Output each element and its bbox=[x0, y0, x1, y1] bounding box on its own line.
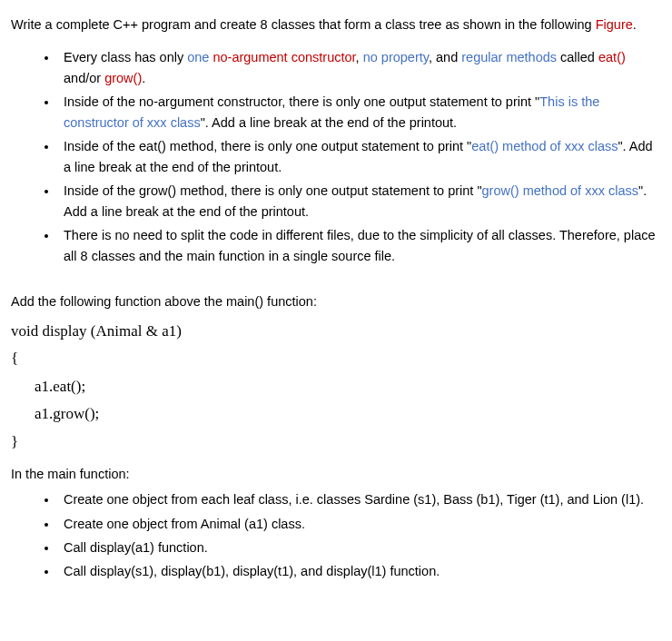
section-main-function: In the main function: bbox=[11, 464, 661, 484]
list-item: Inside of the no-argument constructor, t… bbox=[58, 92, 661, 133]
intro-period: . bbox=[633, 17, 637, 32]
code-block: void display (Animal & a1) { a1.eat(); a… bbox=[11, 318, 661, 457]
code-line: } bbox=[11, 429, 661, 457]
bullet-list-1: Every class has only one no-argument con… bbox=[11, 47, 661, 266]
code-line: a1.eat(); bbox=[11, 373, 661, 401]
list-item: Inside of the eat() method, there is onl… bbox=[58, 136, 661, 177]
list-item: Create one object from Animal (a1) class… bbox=[58, 514, 661, 534]
intro-text: Write a complete C++ program and create … bbox=[11, 17, 596, 32]
code-line: a1.grow(); bbox=[11, 400, 661, 429]
list-item: Call display(s1), display(b1), display(t… bbox=[58, 561, 661, 581]
list-item: Inside of the grow() method, there is on… bbox=[58, 181, 661, 222]
code-line: void display (Animal & a1) bbox=[11, 318, 661, 346]
section-add-function: Add the following function above the mai… bbox=[11, 291, 661, 311]
code-line: { bbox=[11, 345, 661, 373]
bullet-list-2: Create one object from each leaf class, … bbox=[11, 489, 661, 582]
intro-figure: Figure bbox=[596, 17, 633, 32]
list-item: Every class has only one no-argument con… bbox=[58, 47, 661, 88]
list-item: Create one object from each leaf class, … bbox=[58, 489, 661, 509]
list-item: Call display(a1) function. bbox=[58, 537, 661, 557]
list-item: There is no need to split the code in di… bbox=[58, 225, 661, 266]
intro-paragraph: Write a complete C++ program and create … bbox=[11, 15, 661, 35]
